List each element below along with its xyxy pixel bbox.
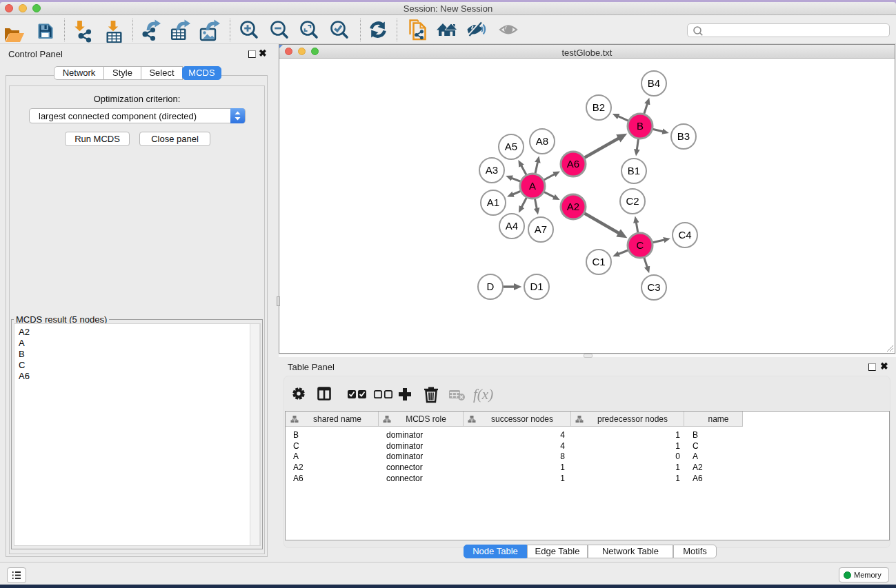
svg-text:C2: C2 bbox=[626, 195, 639, 207]
svg-text:A3: A3 bbox=[486, 164, 498, 176]
svg-text:A6: A6 bbox=[567, 158, 579, 170]
svg-text:D: D bbox=[487, 281, 495, 292]
svg-text:B4: B4 bbox=[648, 77, 660, 89]
svg-text:D1: D1 bbox=[530, 281, 543, 292]
svg-text:A5: A5 bbox=[505, 141, 517, 152]
svg-text:C4: C4 bbox=[678, 229, 691, 241]
svg-text:B: B bbox=[637, 120, 644, 132]
svg-text:A4: A4 bbox=[506, 220, 518, 232]
svg-text:A: A bbox=[529, 180, 536, 192]
svg-text:A7: A7 bbox=[535, 223, 547, 235]
svg-text:C1: C1 bbox=[592, 256, 605, 267]
svg-text:C3: C3 bbox=[647, 281, 660, 293]
svg-text:A2: A2 bbox=[567, 201, 579, 212]
svg-text:C: C bbox=[637, 239, 644, 251]
svg-text:A1: A1 bbox=[487, 196, 499, 208]
svg-text:B1: B1 bbox=[628, 165, 640, 176]
svg-text:A8: A8 bbox=[536, 135, 548, 147]
svg-text:B3: B3 bbox=[677, 130, 690, 142]
svg-text:B2: B2 bbox=[593, 101, 605, 113]
